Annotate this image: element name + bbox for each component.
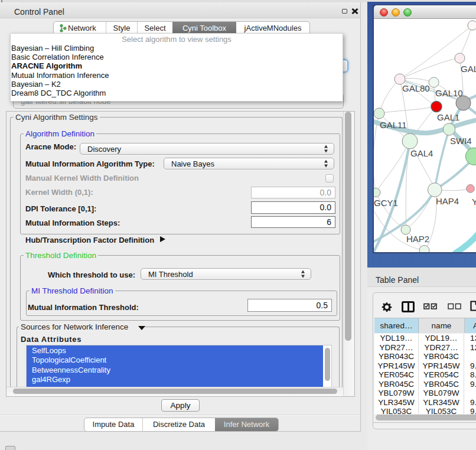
svg-text:GCY1: GCY1	[374, 198, 398, 208]
svg-text:HAP4: HAP4	[436, 196, 459, 206]
svg-text:GAL80: GAL80	[402, 83, 430, 93]
svg-text:HAP2: HAP2	[406, 234, 429, 244]
svg-text:GAL1: GAL1	[437, 112, 459, 122]
svg-text:SWI4: SWI4	[450, 136, 472, 146]
svg-text:GAL10: GAL10	[435, 88, 463, 98]
svg-text:YJ: YJ	[472, 197, 476, 207]
svg-text:GAL4: GAL4	[410, 148, 433, 158]
svg-text:GAL11: GAL11	[380, 120, 407, 130]
svg-text:GAL7: GAL7	[461, 64, 476, 74]
